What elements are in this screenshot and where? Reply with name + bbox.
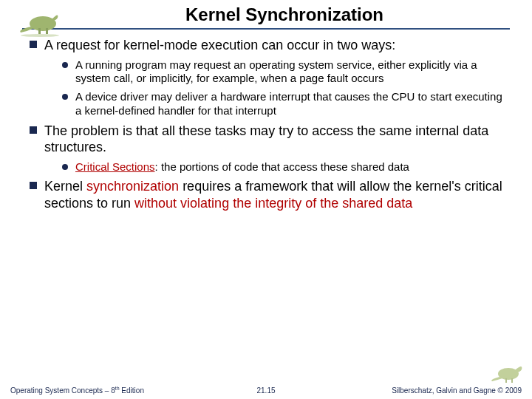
svg-rect-1 [38,28,41,34]
bullet-3-text: Kernel synchronization requires a framew… [44,178,502,211]
critical-sections-label: Critical Sections [75,160,155,173]
footer-left: Operating System Concepts – 8th Edition [10,386,144,395]
bullet-2-text: The problem is that all these tasks may … [44,123,502,156]
svg-rect-5 [505,378,507,383]
square-bullet-icon [30,182,37,189]
without-violating-phrase: without violating the integrity of the s… [134,196,412,211]
bullet-1-sub-1-text: A running program may request an operati… [75,58,502,86]
round-bullet-icon [62,62,68,68]
svg-rect-2 [46,28,48,34]
bullet-2: The problem is that all these tasks may … [30,123,502,156]
round-bullet-icon [62,94,68,100]
critical-sections-rest: : the portions of code that access these… [155,160,409,173]
synchronization-word: synchronization [86,179,179,194]
svg-point-3 [21,34,59,37]
bullet-1-sub-2: A device driver may deliver a hardware i… [62,90,502,118]
svg-point-0 [30,16,56,31]
footer-copyright: Silberschatz, Galvin and Gagne © 2009 [392,386,522,395]
bullet-1-text: A request for kernel-mode execution can … [44,37,502,54]
title-underline [22,28,510,30]
bullet-3: Kernel synchronization requires a framew… [30,178,502,211]
square-bullet-icon [30,126,37,134]
slide-title: Kernel Synchronization [0,4,532,27]
bullet-2-sub-1-text: Critical Sections: the portions of code … [75,160,502,174]
square-bullet-icon [30,41,37,48]
slide-footer: Operating System Concepts – 8th Edition … [0,386,532,395]
dinosaur-illustration-left [13,4,65,37]
dinosaur-illustration-right [488,358,528,386]
svg-rect-6 [511,378,513,383]
bullet-1-sub-2-text: A device driver may deliver a hardware i… [75,90,502,118]
bullet-1-sub-1: A running program may request an operati… [62,58,502,86]
slide-body: A request for kernel-mode execution can … [0,37,532,211]
round-bullet-icon [62,164,68,170]
bullet-1: A request for kernel-mode execution can … [30,37,502,54]
bullet-2-sub-1: Critical Sections: the portions of code … [62,160,502,174]
footer-page-number: 21.15 [256,386,275,395]
